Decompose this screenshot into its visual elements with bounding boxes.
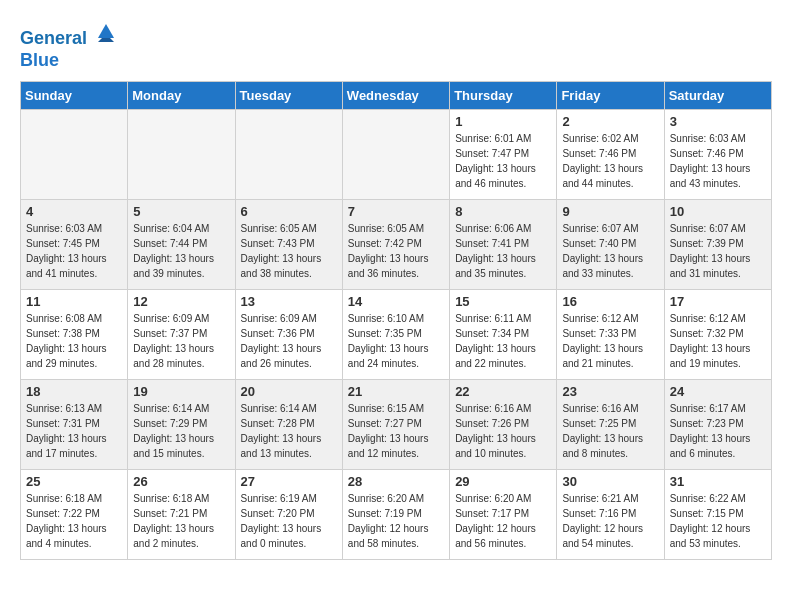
day-info: Sunrise: 6:05 AMSunset: 7:42 PMDaylight:… <box>348 221 444 281</box>
day-number: 18 <box>26 384 122 399</box>
day-number: 1 <box>455 114 551 129</box>
day-number: 23 <box>562 384 658 399</box>
day-number: 13 <box>241 294 337 309</box>
calendar-cell <box>128 110 235 200</box>
day-number: 6 <box>241 204 337 219</box>
calendar-cell: 22Sunrise: 6:16 AMSunset: 7:26 PMDayligh… <box>450 380 557 470</box>
day-info: Sunrise: 6:08 AMSunset: 7:38 PMDaylight:… <box>26 311 122 371</box>
day-info: Sunrise: 6:20 AMSunset: 7:17 PMDaylight:… <box>455 491 551 551</box>
calendar-cell: 31Sunrise: 6:22 AMSunset: 7:15 PMDayligh… <box>664 470 771 560</box>
day-number: 25 <box>26 474 122 489</box>
day-number: 28 <box>348 474 444 489</box>
svg-marker-0 <box>98 24 114 38</box>
calendar-cell: 16Sunrise: 6:12 AMSunset: 7:33 PMDayligh… <box>557 290 664 380</box>
day-number: 20 <box>241 384 337 399</box>
calendar-week-row: 11Sunrise: 6:08 AMSunset: 7:38 PMDayligh… <box>21 290 772 380</box>
day-info: Sunrise: 6:07 AMSunset: 7:39 PMDaylight:… <box>670 221 766 281</box>
calendar-cell: 27Sunrise: 6:19 AMSunset: 7:20 PMDayligh… <box>235 470 342 560</box>
calendar-header-row: SundayMondayTuesdayWednesdayThursdayFrid… <box>21 82 772 110</box>
calendar-cell: 4Sunrise: 6:03 AMSunset: 7:45 PMDaylight… <box>21 200 128 290</box>
logo-icon <box>94 20 118 44</box>
day-info: Sunrise: 6:07 AMSunset: 7:40 PMDaylight:… <box>562 221 658 281</box>
day-number: 11 <box>26 294 122 309</box>
calendar-cell: 6Sunrise: 6:05 AMSunset: 7:43 PMDaylight… <box>235 200 342 290</box>
day-number: 29 <box>455 474 551 489</box>
day-number: 8 <box>455 204 551 219</box>
day-number: 30 <box>562 474 658 489</box>
day-number: 10 <box>670 204 766 219</box>
logo-general: General <box>20 28 87 48</box>
day-info: Sunrise: 6:21 AMSunset: 7:16 PMDaylight:… <box>562 491 658 551</box>
day-info: Sunrise: 6:18 AMSunset: 7:21 PMDaylight:… <box>133 491 229 551</box>
calendar-cell: 3Sunrise: 6:03 AMSunset: 7:46 PMDaylight… <box>664 110 771 200</box>
day-number: 14 <box>348 294 444 309</box>
day-number: 3 <box>670 114 766 129</box>
day-info: Sunrise: 6:20 AMSunset: 7:19 PMDaylight:… <box>348 491 444 551</box>
calendar-cell <box>235 110 342 200</box>
day-info: Sunrise: 6:14 AMSunset: 7:28 PMDaylight:… <box>241 401 337 461</box>
day-info: Sunrise: 6:02 AMSunset: 7:46 PMDaylight:… <box>562 131 658 191</box>
calendar-cell: 28Sunrise: 6:20 AMSunset: 7:19 PMDayligh… <box>342 470 449 560</box>
calendar-table: SundayMondayTuesdayWednesdayThursdayFrid… <box>20 81 772 560</box>
day-info: Sunrise: 6:01 AMSunset: 7:47 PMDaylight:… <box>455 131 551 191</box>
calendar-week-row: 1Sunrise: 6:01 AMSunset: 7:47 PMDaylight… <box>21 110 772 200</box>
svg-marker-1 <box>98 38 114 42</box>
calendar-cell: 2Sunrise: 6:02 AMSunset: 7:46 PMDaylight… <box>557 110 664 200</box>
col-header-thursday: Thursday <box>450 82 557 110</box>
calendar-cell: 7Sunrise: 6:05 AMSunset: 7:42 PMDaylight… <box>342 200 449 290</box>
col-header-wednesday: Wednesday <box>342 82 449 110</box>
calendar-cell: 30Sunrise: 6:21 AMSunset: 7:16 PMDayligh… <box>557 470 664 560</box>
day-number: 17 <box>670 294 766 309</box>
day-number: 24 <box>670 384 766 399</box>
day-number: 5 <box>133 204 229 219</box>
day-number: 31 <box>670 474 766 489</box>
logo: General Blue <box>20 20 118 71</box>
calendar-cell: 26Sunrise: 6:18 AMSunset: 7:21 PMDayligh… <box>128 470 235 560</box>
day-info: Sunrise: 6:09 AMSunset: 7:37 PMDaylight:… <box>133 311 229 371</box>
col-header-monday: Monday <box>128 82 235 110</box>
calendar-cell: 17Sunrise: 6:12 AMSunset: 7:32 PMDayligh… <box>664 290 771 380</box>
calendar-cell: 25Sunrise: 6:18 AMSunset: 7:22 PMDayligh… <box>21 470 128 560</box>
day-info: Sunrise: 6:17 AMSunset: 7:23 PMDaylight:… <box>670 401 766 461</box>
day-info: Sunrise: 6:09 AMSunset: 7:36 PMDaylight:… <box>241 311 337 371</box>
day-info: Sunrise: 6:14 AMSunset: 7:29 PMDaylight:… <box>133 401 229 461</box>
day-number: 15 <box>455 294 551 309</box>
day-info: Sunrise: 6:05 AMSunset: 7:43 PMDaylight:… <box>241 221 337 281</box>
day-info: Sunrise: 6:03 AMSunset: 7:45 PMDaylight:… <box>26 221 122 281</box>
calendar-cell: 14Sunrise: 6:10 AMSunset: 7:35 PMDayligh… <box>342 290 449 380</box>
day-number: 22 <box>455 384 551 399</box>
calendar-cell: 20Sunrise: 6:14 AMSunset: 7:28 PMDayligh… <box>235 380 342 470</box>
calendar-cell: 1Sunrise: 6:01 AMSunset: 7:47 PMDaylight… <box>450 110 557 200</box>
day-info: Sunrise: 6:22 AMSunset: 7:15 PMDaylight:… <box>670 491 766 551</box>
day-number: 12 <box>133 294 229 309</box>
day-info: Sunrise: 6:16 AMSunset: 7:26 PMDaylight:… <box>455 401 551 461</box>
day-number: 19 <box>133 384 229 399</box>
day-info: Sunrise: 6:15 AMSunset: 7:27 PMDaylight:… <box>348 401 444 461</box>
calendar-cell: 15Sunrise: 6:11 AMSunset: 7:34 PMDayligh… <box>450 290 557 380</box>
calendar-cell: 12Sunrise: 6:09 AMSunset: 7:37 PMDayligh… <box>128 290 235 380</box>
day-number: 9 <box>562 204 658 219</box>
calendar-cell: 23Sunrise: 6:16 AMSunset: 7:25 PMDayligh… <box>557 380 664 470</box>
col-header-friday: Friday <box>557 82 664 110</box>
day-info: Sunrise: 6:10 AMSunset: 7:35 PMDaylight:… <box>348 311 444 371</box>
day-number: 21 <box>348 384 444 399</box>
calendar-cell: 29Sunrise: 6:20 AMSunset: 7:17 PMDayligh… <box>450 470 557 560</box>
calendar-cell: 21Sunrise: 6:15 AMSunset: 7:27 PMDayligh… <box>342 380 449 470</box>
day-info: Sunrise: 6:11 AMSunset: 7:34 PMDaylight:… <box>455 311 551 371</box>
day-number: 2 <box>562 114 658 129</box>
calendar-cell: 11Sunrise: 6:08 AMSunset: 7:38 PMDayligh… <box>21 290 128 380</box>
calendar-cell: 13Sunrise: 6:09 AMSunset: 7:36 PMDayligh… <box>235 290 342 380</box>
day-info: Sunrise: 6:12 AMSunset: 7:33 PMDaylight:… <box>562 311 658 371</box>
day-number: 4 <box>26 204 122 219</box>
calendar-cell: 18Sunrise: 6:13 AMSunset: 7:31 PMDayligh… <box>21 380 128 470</box>
logo-blue: Blue <box>20 50 59 70</box>
calendar-cell: 19Sunrise: 6:14 AMSunset: 7:29 PMDayligh… <box>128 380 235 470</box>
day-number: 7 <box>348 204 444 219</box>
day-info: Sunrise: 6:04 AMSunset: 7:44 PMDaylight:… <box>133 221 229 281</box>
day-info: Sunrise: 6:19 AMSunset: 7:20 PMDaylight:… <box>241 491 337 551</box>
day-info: Sunrise: 6:06 AMSunset: 7:41 PMDaylight:… <box>455 221 551 281</box>
calendar-cell: 8Sunrise: 6:06 AMSunset: 7:41 PMDaylight… <box>450 200 557 290</box>
col-header-tuesday: Tuesday <box>235 82 342 110</box>
col-header-saturday: Saturday <box>664 82 771 110</box>
day-info: Sunrise: 6:12 AMSunset: 7:32 PMDaylight:… <box>670 311 766 371</box>
